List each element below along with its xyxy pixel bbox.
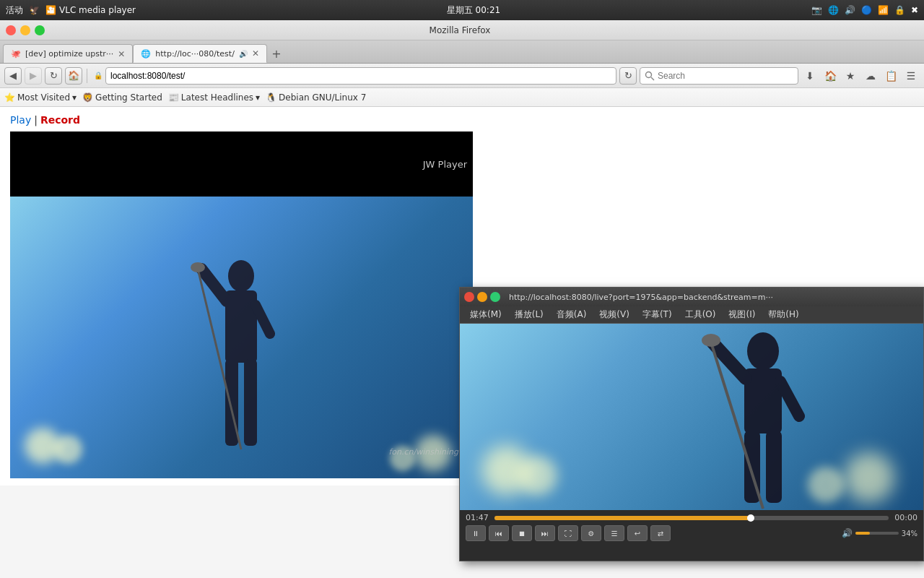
taskbar-clock: 星期五 00:21 [447,4,500,17]
tab-favicon: 🐙 [11,49,21,59]
vlc-menubar: 媒体(M) 播放(L) 音频(A) 视频(V) 字幕(T) 工具(O) 视图(I… [460,306,923,324]
getting-started-label: Getting Started [95,92,162,103]
vlc-extended-button[interactable]: ⚙ [581,525,601,541]
vlc-prev-button[interactable]: ⏮ [489,525,509,541]
pocket-icon[interactable]: 📋 [882,67,899,85]
watermark: fon.cn/winshining [388,447,458,457]
vlc-title-label: VLC media player [59,5,136,15]
vlc-volume-label: 34% [902,530,918,538]
vlc-random-button[interactable]: ⇄ [650,525,671,541]
home-nav-icon[interactable]: 🏠 [821,67,839,85]
datetime-label: 星期五 00:21 [447,4,500,17]
tab-label-test: http://loc···080/test/ [155,49,235,59]
downloads-icon[interactable]: ⬇ [801,67,819,85]
debian-icon: 🐧 [266,92,276,103]
lock-icon: 🔒 [894,5,905,15]
vlc-volume-slider[interactable] [855,532,899,535]
vlc-close-button[interactable] [464,292,474,302]
tab-bar: 🐙 [dev] optimize upstr··· ✕ 🌐 http://loc… [0,40,924,64]
window-maximize-button[interactable] [35,25,45,35]
vlc-controls: 01:47 00:00 ⏸ ⏮ ⏹ ⏭ ⛶ ⚙ ☰ ↩ ⇄ 🔊 34% [460,510,923,544]
bookmarks-bar: ⭐ Most Visited ▾ 🦁 Getting Started 📰 Lat… [0,88,924,107]
power-icon: ✖ [911,5,918,15]
svg-line-11 [780,381,799,416]
vlc-menu-playback[interactable]: 播放(L) [509,307,549,322]
vlc-menu-view[interactable]: 视图(I) [723,307,761,322]
player-black-top: JW Player [10,131,473,197]
window-close-button[interactable] [6,25,16,35]
vlc-time-row: 01:47 00:00 [466,513,918,522]
bookmark-most-visited[interactable]: ⭐ Most Visited ▾ [4,92,77,103]
vlc-menu-tools[interactable]: 工具(O) [679,307,722,322]
vlc-menu-audio[interactable]: 音频(A) [551,307,593,322]
vlc-loop-button[interactable]: ↩ [627,525,648,541]
most-visited-icon: ⭐ [4,92,15,103]
vlc-mute-icon[interactable]: 🔊 [842,528,853,538]
menu-icon[interactable]: ☰ [902,67,920,85]
tab-dev[interactable]: 🐙 [dev] optimize upstr··· ✕ [3,44,133,63]
svg-rect-5 [244,359,257,446]
most-visited-arrow: ▾ [72,92,77,103]
vlc-fullscreen-button[interactable]: ⛶ [558,525,578,541]
vlc-menu-media[interactable]: 媒体(M) [464,307,507,322]
window-minimize-button[interactable] [20,25,30,35]
tab-close-dev[interactable]: ✕ [118,49,125,59]
play-link[interactable]: Play [10,114,31,126]
svg-point-15 [702,334,720,347]
nav-bar: ◀ ▶ ↻ 🏠 🔒 ↻ ⬇ 🏠 ★ ☁ 📋 ☰ [0,64,924,88]
most-visited-label: Most Visited [17,92,70,103]
vlc-menu-help[interactable]: 帮助(H) [762,307,804,322]
new-tab-button[interactable]: + [267,44,286,63]
record-link[interactable]: Record [40,114,80,126]
svg-point-7 [191,262,205,272]
svg-point-0 [228,260,254,292]
bookmark-star-icon[interactable]: ★ [842,67,859,85]
tab-close-test[interactable]: ✕ [252,48,259,59]
system-taskbar: 活动 🦅 🎦 VLC media player 星期五 00:21 📷 🌐 🔊 … [0,0,924,20]
vlc-next-button[interactable]: ⏭ [535,525,555,541]
latest-headlines-label: Latest Headlines [181,92,253,103]
vlc-progress-fill [494,516,751,520]
player-video: fon.cn/winshining [10,197,473,478]
secure-icon: 🔒 [94,72,103,79]
performer-vlc-svg [684,329,842,510]
sync-icon[interactable]: ☁ [862,67,879,85]
jw-player-label: JW Player [423,159,467,170]
vlc-progress-handle[interactable] [747,514,754,522]
vlc-progress-bar[interactable] [494,516,889,520]
vlc-restore-button[interactable] [477,292,487,302]
page-links: Play | Record [10,114,914,126]
vlc-title-text: http://localhost:8080/live?port=1975&app… [503,293,919,302]
reload-button[interactable]: ↻ [45,67,62,85]
bookmark-getting-started[interactable]: 🦁 Getting Started [82,92,162,103]
vlc-pause-button[interactable]: ⏸ [466,525,486,541]
latest-headlines-icon: 📰 [168,92,179,103]
vlc-taskbar-app[interactable]: 🎦 VLC media player [45,5,136,15]
bookmark-debian[interactable]: 🐧 Debian GNU/Linux 7 [266,92,366,103]
tab-test[interactable]: 🌐 http://loc···080/test/ 🔊 ✕ [133,44,267,63]
svg-point-8 [747,332,779,370]
svg-line-3 [256,305,270,334]
url-bar[interactable] [105,67,616,85]
taskbar-right: 📷 🌐 🔊 🔵 📶 🔒 ✖ [811,5,918,15]
taskbar-left: 活动 🦅 🎦 VLC media player [6,4,136,17]
home-button[interactable]: 🏠 [65,67,82,85]
vlc-time-current: 01:47 [466,513,489,522]
refresh-url-button[interactable]: ↻ [619,67,637,85]
network-icon: 🌐 [828,5,839,15]
gnome-icon[interactable]: 🦅 [29,5,40,15]
jw-player-area[interactable]: JW Player [10,131,473,478]
vlc-menu-subtitle[interactable]: 字幕(T) [637,307,678,322]
search-input[interactable] [640,67,798,85]
getting-started-icon: 🦁 [82,92,93,103]
forward-button[interactable]: ▶ [25,67,42,85]
back-button[interactable]: ◀ [4,67,22,85]
vlc-menu-video[interactable]: 视频(V) [593,307,635,322]
separator: | [34,114,38,126]
vlc-playlist-button[interactable]: ☰ [604,525,624,541]
bookmark-latest-headlines[interactable]: 📰 Latest Headlines ▾ [168,92,260,103]
vlc-minimize-button[interactable] [490,292,500,302]
svg-rect-13 [766,431,782,503]
activities-label[interactable]: 活动 [6,4,23,17]
vlc-stop-button[interactable]: ⏹ [512,525,532,541]
